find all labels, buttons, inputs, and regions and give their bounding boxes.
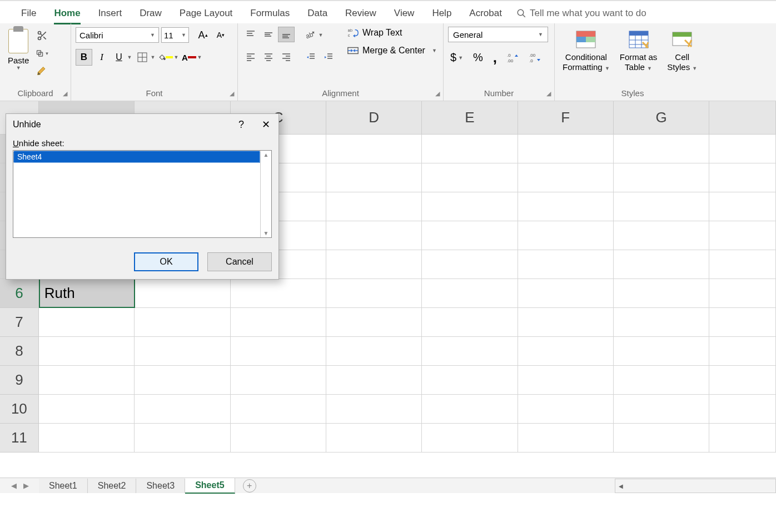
col-header-h[interactable] — [709, 101, 776, 135]
ribbon: Paste ▼ ▼ Clipboard ◢ Calibri▼ 11▼ A▴ A▾ — [0, 23, 776, 101]
menu-draw[interactable]: Draw — [132, 4, 170, 22]
cancel-button[interactable]: Cancel — [207, 252, 272, 271]
copy-icon — [36, 48, 44, 59]
add-sheet-button[interactable]: + — [243, 479, 256, 493]
menu-formulas[interactable]: Formulas — [242, 4, 297, 22]
menu-data[interactable]: Data — [300, 4, 335, 22]
dialog-help-button[interactable]: ? — [234, 119, 248, 131]
row-header-8[interactable]: 8 — [0, 337, 39, 366]
border-icon — [137, 52, 147, 62]
cut-button[interactable] — [36, 29, 49, 42]
align-right-button[interactable] — [278, 49, 295, 64]
border-button[interactable]: ▼ — [135, 49, 157, 66]
wrap-text-button[interactable]: abc Wrap Text — [347, 27, 437, 39]
sheet-nav-prev-icon[interactable]: ◀ — [11, 481, 17, 490]
align-center-button[interactable] — [260, 49, 277, 64]
svg-line-5 — [43, 37, 46, 39]
grow-font-button[interactable]: A▴ — [195, 27, 211, 43]
cell-styles-button[interactable]: Cell Styles ▼ — [667, 29, 697, 72]
paste-button[interactable]: Paste ▼ — [4, 27, 32, 73]
align-left-button[interactable] — [242, 49, 259, 64]
paintbrush-icon — [37, 66, 48, 77]
col-header-g[interactable]: G — [614, 101, 709, 135]
shrink-font-button[interactable]: A▾ — [212, 27, 229, 43]
table-icon — [627, 29, 650, 50]
row-header-11[interactable]: 11 — [0, 424, 39, 453]
ok-button[interactable]: OK — [134, 252, 198, 271]
row-header-6[interactable]: 6 — [0, 279, 39, 308]
svg-text:.00: .00 — [529, 53, 536, 58]
menu-review[interactable]: Review — [337, 4, 384, 22]
align-bottom-button[interactable] — [278, 27, 295, 42]
increase-decimal-icon: .0.00 — [507, 52, 519, 63]
cell-styles-icon — [670, 29, 694, 50]
increase-indent-button[interactable] — [320, 49, 337, 64]
sheet-tab-3[interactable]: Sheet3 — [136, 479, 185, 493]
menu-help[interactable]: Help — [424, 4, 459, 22]
font-launcher-icon[interactable]: ◢ — [230, 90, 234, 97]
row-header-9[interactable]: 9 — [0, 366, 39, 395]
decrease-indent-button[interactable] — [302, 49, 319, 64]
italic-button[interactable]: I — [93, 49, 110, 66]
alignment-launcher-icon[interactable]: ◢ — [435, 90, 440, 97]
percent-button[interactable]: % — [471, 50, 485, 65]
col-header-f[interactable]: F — [518, 101, 614, 135]
cell-a6[interactable]: Ruth — [39, 279, 135, 308]
merge-center-button[interactable]: Merge & Center ▼ — [347, 44, 437, 57]
horizontal-scrollbar[interactable]: ◀ — [615, 479, 776, 493]
currency-button[interactable]: $▼ — [448, 50, 465, 65]
col-header-d[interactable]: D — [326, 101, 422, 135]
font-size-select[interactable]: 11▼ — [161, 27, 189, 43]
align-middle-button[interactable] — [260, 27, 277, 42]
bold-button[interactable]: B — [76, 49, 92, 66]
tell-me-search[interactable]: Tell me what you want to do — [516, 8, 646, 19]
wrap-text-icon: abc — [347, 27, 359, 39]
menu-page-layout[interactable]: Page Layout — [172, 4, 240, 22]
number-format-select[interactable]: General▼ — [448, 27, 548, 42]
menu-acrobat[interactable]: Acrobat — [461, 4, 510, 22]
orientation-button[interactable]: ab▼ — [302, 27, 325, 43]
align-top-button[interactable] — [242, 27, 259, 42]
listbox-scrollbar[interactable]: ▲▼ — [260, 151, 271, 237]
font-name-select[interactable]: Calibri▼ — [76, 27, 159, 43]
svg-text:.00: .00 — [507, 58, 514, 63]
menu-home[interactable]: Home — [46, 4, 88, 22]
number-group-label: Number — [448, 87, 550, 99]
svg-point-3 — [38, 37, 41, 40]
format-painter-button[interactable] — [36, 64, 49, 78]
dialog-close-button[interactable]: ✕ — [258, 118, 273, 131]
copy-button[interactable]: ▼ — [36, 47, 49, 60]
unhide-sheet-listbox[interactable]: Sheet4 ▲▼ — [13, 150, 272, 238]
format-as-table-button[interactable]: Format as Table ▼ — [620, 29, 658, 72]
sheet-tab-5[interactable]: Sheet5 — [185, 478, 235, 494]
menu-view[interactable]: View — [386, 4, 422, 22]
fill-color-button[interactable]: ▼ — [158, 49, 180, 66]
decrease-decimal-button[interactable]: .00.0 — [527, 51, 544, 64]
svg-point-0 — [518, 9, 524, 16]
scroll-left-icon[interactable]: ◀ — [615, 479, 626, 493]
search-icon — [516, 8, 526, 18]
col-header-e[interactable]: E — [422, 101, 518, 135]
row-header-7[interactable]: 7 — [0, 308, 39, 337]
font-color-button[interactable]: A▼ — [181, 49, 203, 66]
sheet-tab-2[interactable]: Sheet2 — [88, 479, 137, 493]
conditional-formatting-button[interactable]: Conditional Formatting ▼ — [563, 29, 610, 72]
increase-decimal-button[interactable]: .0.00 — [505, 51, 521, 64]
comma-button[interactable]: , — [491, 48, 499, 67]
menu-file[interactable]: File — [13, 4, 44, 22]
menu-bar: File Home Insert Draw Page Layout Formul… — [0, 1, 776, 23]
row-header-10[interactable]: 10 — [0, 395, 39, 424]
underline-button[interactable]: U▼ — [111, 49, 133, 66]
list-item-sheet4[interactable]: Sheet4 — [13, 151, 260, 163]
clipboard-launcher-icon[interactable]: ◢ — [63, 90, 67, 97]
sheet-nav-next-icon[interactable]: ▶ — [23, 481, 29, 490]
sheet-tab-1[interactable]: Sheet1 — [39, 479, 88, 493]
svg-point-2 — [38, 32, 41, 34]
unhide-sheet-label: Unhide sheet: — [13, 138, 272, 148]
svg-text:c: c — [348, 33, 350, 38]
svg-rect-62 — [629, 31, 648, 36]
unhide-dialog: Unhide ? ✕ Unhide sheet: Sheet4 ▲▼ OK Ca… — [6, 113, 279, 280]
number-launcher-icon[interactable]: ◢ — [546, 90, 551, 97]
menu-insert[interactable]: Insert — [91, 4, 130, 22]
svg-marker-38 — [307, 56, 309, 58]
